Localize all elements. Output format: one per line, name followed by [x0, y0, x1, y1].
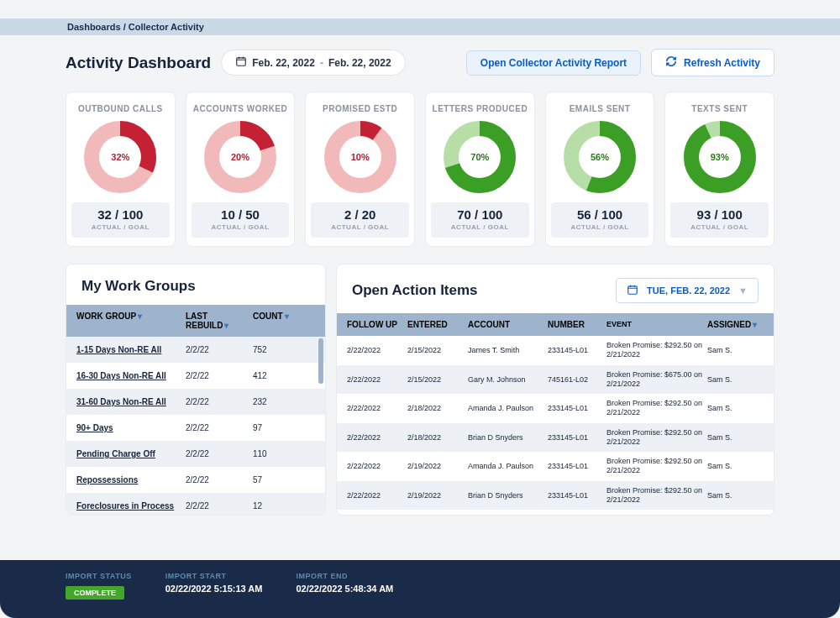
open-report-button[interactable]: Open Collector Activity Report — [466, 50, 641, 76]
metric-title: EMAILS SENT — [551, 104, 649, 113]
import-end: IMPORT END 02/22/2022 5:48:34 AM — [296, 572, 393, 600]
metrics-row: OUTBOUND CALLS32%32 / 100ACTUAL / GOALAC… — [66, 92, 774, 247]
breadcrumb-root[interactable]: Dashboards — [67, 22, 121, 32]
work-group-rebuild: 2/2/22 — [186, 449, 253, 458]
work-group-name: 1-15 Days Non-RE All — [76, 345, 186, 354]
donut-percent: 70% — [443, 120, 517, 194]
metric-sub: ACTUAL / GOAL — [195, 223, 286, 231]
action-items-title: Open Action Items — [352, 282, 478, 299]
metric-sub: ACTUAL / GOAL — [434, 223, 526, 231]
import-start: IMPORT START 02/22/2022 5:15:13 AM — [165, 572, 263, 600]
work-group-count: 412 — [253, 371, 315, 380]
cell-assigned: Sam S. — [707, 462, 764, 470]
table-row[interactable]: 2/22/20222/19/2022Amanda J. Paulson23314… — [337, 452, 774, 481]
table-row[interactable]: Foreclosures in Process2/2/2212 — [66, 493, 325, 515]
donut-percent: 32% — [83, 120, 157, 194]
metric-title: PROMISED ESTD — [311, 104, 409, 113]
filter-icon: ▾ — [224, 321, 228, 330]
col-work-group[interactable]: WORK GROUP▾ — [76, 312, 186, 330]
metric-card: ACCOUNTS WORKED20%10 / 50ACTUAL / GOAL — [186, 92, 296, 247]
table-row[interactable]: 2/22/20222/18/2022Brian D Snyders233145-… — [337, 423, 774, 453]
col-number[interactable]: NUMBER — [548, 320, 606, 329]
status-badge: COMPLETE — [66, 586, 124, 600]
table-row[interactable]: Pending Charge Off2/2/22110 — [66, 441, 325, 467]
table-row[interactable]: 2/22/20222/15/2022James T. Smith233145-L… — [337, 336, 774, 365]
metric-card: OUTBOUND CALLS32%32 / 100ACTUAL / GOAL — [66, 92, 176, 247]
donut-percent: 10% — [323, 120, 397, 194]
cell-number: 233145-L01 — [548, 433, 606, 442]
cell-entered: 2/18/2022 — [407, 404, 468, 412]
metric-value: 93 / 100 — [674, 207, 765, 222]
cell-number: 233145-L01 — [548, 462, 606, 470]
cell-event: Broken Promise: $292.50 on 2/21/2022 — [606, 428, 707, 448]
col-entered[interactable]: ENTERED — [407, 320, 468, 329]
work-groups-title: My Work Groups — [81, 278, 196, 295]
metric-value-box: 56 / 100ACTUAL / GOAL — [551, 202, 649, 238]
import-status: IMPORT STATUS COMPLETE — [66, 572, 132, 600]
work-group-rebuild: 2/2/22 — [186, 423, 253, 432]
cell-number: 233145-L01 — [548, 491, 606, 500]
work-group-name: 90+ Days — [76, 423, 186, 432]
metric-value: 10 / 50 — [195, 207, 286, 222]
action-items-header: FOLLOW UP ENTERED ACCOUNT NUMBER EVENT A… — [337, 313, 774, 336]
cell-account: Gary M. Johnson — [468, 375, 548, 384]
donut-percent: 20% — [203, 120, 277, 194]
table-row[interactable]: 2/22/20222/15/2022Gary M. Johnson745161-… — [337, 365, 774, 395]
work-group-rebuild: 2/2/22 — [186, 501, 253, 511]
date-range-picker[interactable]: Feb. 22, 2022 - Feb. 22, 2022 — [221, 50, 405, 76]
col-event[interactable]: EVENT — [606, 320, 707, 329]
work-group-count: 110 — [253, 449, 315, 458]
cell-account: Brian D Snyders — [468, 491, 548, 500]
cell-entered: 2/19/2022 — [407, 462, 468, 470]
filter-icon: ▾ — [138, 312, 142, 321]
metric-title: OUTBOUND CALLS — [71, 104, 170, 113]
table-row[interactable]: Repossessions2/2/2257 — [66, 467, 325, 493]
table-row[interactable]: 2/22/2022 10:15 AM2/15/2022Henry Buxton2… — [337, 510, 774, 515]
table-row[interactable]: 2/22/20222/19/2022Brian D Snyders233145-… — [337, 481, 774, 511]
table-row[interactable]: 2/22/20222/18/2022Amanda J. Paulson23314… — [337, 394, 774, 423]
table-row[interactable]: 31-60 Days Non-RE All2/2/22232 — [66, 389, 325, 415]
work-group-name: 31-60 Days Non-RE All — [76, 397, 186, 406]
work-group-count: 232 — [253, 397, 315, 406]
work-group-name: 16-30 Days Non-RE All — [76, 371, 186, 380]
cell-follow-up: 2/22/2022 — [347, 433, 407, 442]
metric-value: 2 / 20 — [314, 207, 406, 222]
metric-card: TEXTS SENT93%93 / 100ACTUAL / GOAL — [664, 92, 774, 247]
donut-percent: 93% — [683, 120, 757, 194]
cell-follow-up: 2/22/2022 — [347, 375, 407, 384]
work-groups-header: WORK GROUP▾ LAST REBUILD▾ COUNT▾ — [66, 305, 325, 337]
col-count[interactable]: COUNT▾ — [253, 312, 315, 330]
table-row[interactable]: 16-30 Days Non-RE All2/2/22412 — [66, 363, 325, 389]
col-follow-up[interactable]: FOLLOW UP — [347, 320, 407, 329]
metric-value-box: 70 / 100ACTUAL / GOAL — [431, 202, 529, 238]
filter-icon: ▾ — [285, 312, 289, 321]
col-assigned[interactable]: ASSIGNED▾ — [707, 320, 764, 329]
col-last-rebuild[interactable]: LAST REBUILD▾ — [186, 312, 253, 330]
metric-value: 70 / 100 — [434, 207, 526, 222]
scrollbar-thumb[interactable] — [318, 338, 323, 384]
table-row[interactable]: 1-15 Days Non-RE All2/2/22752 — [66, 337, 325, 363]
cell-assigned: Sam S. — [707, 375, 764, 384]
donut-percent: 56% — [563, 120, 637, 194]
cell-event: Broken Promise: $292.50 on 2/21/2022 — [606, 457, 707, 476]
col-account[interactable]: ACCOUNT — [468, 320, 548, 329]
cell-account: Amanda J. Paulson — [468, 404, 548, 412]
svg-rect-0 — [237, 58, 246, 65]
cell-account: Brian D Snyders — [468, 433, 548, 442]
action-items-date-picker[interactable]: TUE, FEB. 22, 2022 ▼ — [616, 278, 759, 303]
cell-follow-up: 2/22/2022 — [347, 346, 407, 354]
cell-assigned: Sam S. — [707, 433, 764, 442]
filter-icon: ▾ — [753, 320, 757, 329]
breadcrumb: Dashboards / Collector Activity — [0, 18, 840, 35]
donut-chart: 32% — [83, 120, 157, 194]
work-group-name: Pending Charge Off — [76, 449, 186, 458]
calendar-icon — [235, 55, 247, 70]
page-title: Activity Dashboard — [66, 54, 211, 72]
donut-chart: 20% — [203, 120, 277, 194]
table-row[interactable]: 90+ Days2/2/2297 — [66, 415, 325, 441]
work-group-count: 97 — [253, 423, 315, 432]
footer-bar: IMPORT STATUS COMPLETE IMPORT START 02/2… — [0, 560, 840, 618]
cell-entered: 2/18/2022 — [407, 433, 468, 442]
cell-assigned: Sam S. — [707, 491, 764, 500]
refresh-activity-button[interactable]: Refresh Activity — [651, 49, 774, 76]
